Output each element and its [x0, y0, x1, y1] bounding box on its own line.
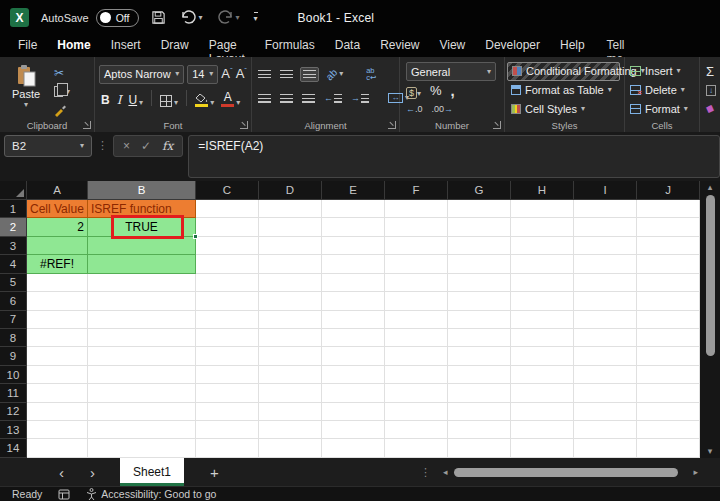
column-header-A[interactable]: A [27, 181, 88, 200]
autosum-icon[interactable]: Σ [706, 64, 714, 79]
cell-I6[interactable] [574, 292, 637, 310]
cell-H14[interactable] [511, 439, 574, 457]
fill-handle[interactable] [193, 234, 198, 239]
enter-icon[interactable]: ✓ [141, 139, 151, 153]
cell-G14[interactable] [448, 439, 511, 457]
delete-cells-button[interactable]: Delete▾ [630, 81, 695, 100]
cell-C10[interactable] [196, 366, 259, 384]
cell-D12[interactable] [259, 403, 322, 421]
cell-C3[interactable] [196, 237, 259, 255]
cell-F11[interactable] [385, 384, 448, 402]
cell-J5[interactable] [637, 274, 700, 292]
cell-F6[interactable] [385, 292, 448, 310]
cell-H10[interactable] [511, 366, 574, 384]
cell-E4[interactable] [322, 255, 385, 273]
cell-G9[interactable] [448, 347, 511, 365]
cell-A2[interactable]: 2 [27, 218, 88, 236]
bold-button[interactable]: B [101, 93, 110, 107]
cell-D8[interactable] [259, 329, 322, 347]
cell-E7[interactable] [322, 311, 385, 329]
cell-A13[interactable] [27, 421, 88, 439]
customize-toolbar-icon[interactable]: ▾ [254, 12, 258, 23]
row-header-6[interactable]: 6 [0, 292, 27, 310]
scroll-left-icon[interactable]: ◂ [443, 468, 448, 477]
cell-H13[interactable] [511, 421, 574, 439]
cell-E6[interactable] [322, 292, 385, 310]
cell-B7[interactable] [88, 311, 196, 329]
row-header-14[interactable]: 14 [0, 439, 27, 457]
cancel-icon[interactable]: × [123, 139, 130, 153]
cell-A12[interactable] [27, 403, 88, 421]
font-name-select[interactable]: Aptos Narrow▾ [99, 65, 184, 84]
cell-F13[interactable] [385, 421, 448, 439]
cell-C4[interactable] [196, 255, 259, 273]
font-size-select[interactable]: 14▾ [187, 65, 218, 84]
undo-icon[interactable]: ▾ [180, 10, 203, 25]
cell-E9[interactable] [322, 347, 385, 365]
cell-D13[interactable] [259, 421, 322, 439]
increase-decimal-button[interactable]: ←.0 [406, 104, 423, 114]
cell-B5[interactable] [88, 274, 196, 292]
row-header-7[interactable]: 7 [0, 311, 27, 329]
cell-I9[interactable] [574, 347, 637, 365]
cell-J2[interactable] [637, 218, 700, 236]
accessibility-status[interactable]: Accessibility: Good to go [86, 488, 216, 500]
cell-F1[interactable] [385, 200, 448, 218]
cell-D3[interactable] [259, 237, 322, 255]
cell-G1[interactable] [448, 200, 511, 218]
cell-E13[interactable] [322, 421, 385, 439]
cell-D6[interactable] [259, 292, 322, 310]
align-middle-button[interactable] [278, 68, 295, 81]
cell-J13[interactable] [637, 421, 700, 439]
column-header-G[interactable]: G [448, 181, 511, 200]
cell-I7[interactable] [574, 311, 637, 329]
cell-A7[interactable] [27, 311, 88, 329]
row-header-11[interactable]: 11 [0, 384, 27, 402]
cell-A6[interactable] [27, 292, 88, 310]
cell-B12[interactable] [88, 403, 196, 421]
cell-I14[interactable] [574, 439, 637, 457]
cell-F2[interactable] [385, 218, 448, 236]
cell-F5[interactable] [385, 274, 448, 292]
cell-A4[interactable]: #REF! [27, 255, 88, 273]
cell-G7[interactable] [448, 311, 511, 329]
cell-A3[interactable] [27, 237, 88, 255]
row-header-5[interactable]: 5 [0, 274, 27, 292]
column-header-J[interactable]: J [637, 181, 700, 200]
cell-J11[interactable] [637, 384, 700, 402]
scroll-down-icon[interactable]: ▾ [708, 447, 713, 456]
number-dialog-launcher-icon[interactable] [493, 121, 501, 129]
cell-B6[interactable] [88, 292, 196, 310]
align-bottom-button[interactable] [300, 67, 319, 82]
cell-F7[interactable] [385, 311, 448, 329]
row-header-3[interactable]: 3 [0, 237, 27, 255]
cell-C5[interactable] [196, 274, 259, 292]
cell-A11[interactable] [27, 384, 88, 402]
name-box[interactable]: B2▾ [4, 135, 92, 157]
cell-A14[interactable] [27, 439, 88, 457]
cell-B3[interactable] [88, 237, 196, 255]
cell-I3[interactable] [574, 237, 637, 255]
number-format-select[interactable]: General▾ [406, 62, 496, 81]
cell-A8[interactable] [27, 329, 88, 347]
cell-J14[interactable] [637, 439, 700, 457]
cell-C12[interactable] [196, 403, 259, 421]
horizontal-scrollbar[interactable]: ◂ ▸ [443, 468, 698, 477]
cell-styles-button[interactable]: Cell Styles▾ [511, 99, 620, 118]
cell-E11[interactable] [322, 384, 385, 402]
cell-C2[interactable] [196, 218, 259, 236]
cell-I2[interactable] [574, 218, 637, 236]
cell-C8[interactable] [196, 329, 259, 347]
format-painter-button[interactable] [54, 103, 70, 118]
cell-G2[interactable] [448, 218, 511, 236]
cell-F9[interactable] [385, 347, 448, 365]
cell-B10[interactable] [88, 366, 196, 384]
cell-G3[interactable] [448, 237, 511, 255]
next-sheet-icon[interactable]: › [77, 464, 108, 481]
cell-H9[interactable] [511, 347, 574, 365]
cell-G13[interactable] [448, 421, 511, 439]
decrease-font-size-button[interactable]: Aˇ [236, 66, 247, 81]
cell-F3[interactable] [385, 237, 448, 255]
wrap-text-button[interactable]: abc↩ [364, 65, 378, 84]
insert-function-icon[interactable]: fx [162, 139, 173, 153]
